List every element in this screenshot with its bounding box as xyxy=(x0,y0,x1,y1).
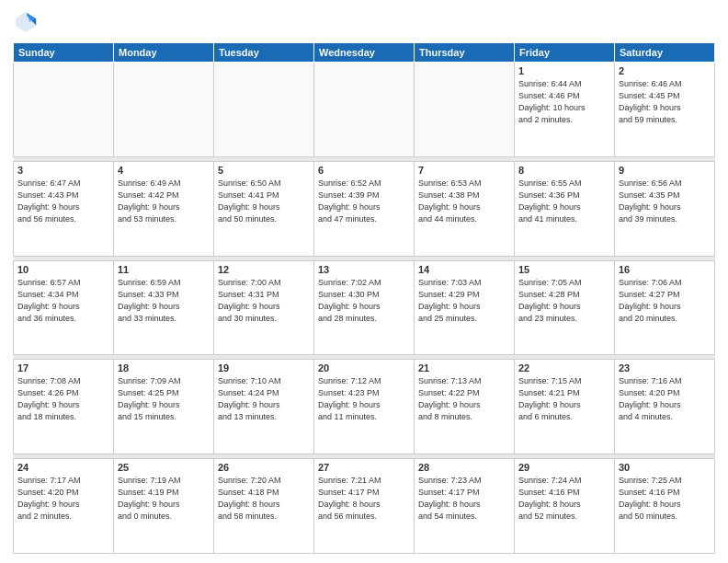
day-cell: 29Sunrise: 7:24 AM Sunset: 4:16 PM Dayli… xyxy=(515,459,615,554)
svg-marker-0 xyxy=(16,12,36,32)
day-number: 8 xyxy=(518,165,610,176)
day-cell: 23Sunrise: 7:16 AM Sunset: 4:20 PM Dayli… xyxy=(615,360,715,454)
day-number: 22 xyxy=(518,362,610,373)
day-cell: 17Sunrise: 7:08 AM Sunset: 4:26 PM Dayli… xyxy=(14,360,114,454)
day-number: 11 xyxy=(118,264,210,275)
day-number: 5 xyxy=(218,165,310,176)
weekday-sunday: Sunday xyxy=(14,43,114,63)
day-info: Sunrise: 7:03 AM Sunset: 4:29 PM Dayligh… xyxy=(418,277,510,325)
day-number: 20 xyxy=(318,362,410,373)
day-cell: 26Sunrise: 7:20 AM Sunset: 4:18 PM Dayli… xyxy=(214,459,314,554)
day-info: Sunrise: 6:49 AM Sunset: 4:42 PM Dayligh… xyxy=(118,178,210,225)
day-number: 28 xyxy=(418,462,510,473)
day-info: Sunrise: 6:50 AM Sunset: 4:41 PM Dayligh… xyxy=(218,178,310,225)
weekday-friday: Friday xyxy=(515,43,615,63)
week-row-3: 10Sunrise: 6:57 AM Sunset: 4:34 PM Dayli… xyxy=(14,260,715,355)
day-cell: 4Sunrise: 6:49 AM Sunset: 4:42 PM Daylig… xyxy=(114,161,214,256)
day-cell xyxy=(14,63,114,157)
day-number: 24 xyxy=(17,462,109,473)
day-cell: 11Sunrise: 6:59 AM Sunset: 4:33 PM Dayli… xyxy=(114,260,214,355)
weekday-header-row: SundayMondayTuesdayWednesdayThursdayFrid… xyxy=(14,43,715,63)
day-info: Sunrise: 7:21 AM Sunset: 4:17 PM Dayligh… xyxy=(318,475,410,523)
day-number: 7 xyxy=(418,165,510,176)
header xyxy=(13,9,715,35)
day-cell: 21Sunrise: 7:13 AM Sunset: 4:22 PM Dayli… xyxy=(415,360,515,454)
day-info: Sunrise: 7:05 AM Sunset: 4:28 PM Dayligh… xyxy=(518,277,610,325)
day-cell xyxy=(415,63,515,157)
day-cell: 10Sunrise: 6:57 AM Sunset: 4:34 PM Dayli… xyxy=(14,260,114,355)
day-cell: 2Sunrise: 6:46 AM Sunset: 4:45 PM Daylig… xyxy=(615,63,715,157)
day-info: Sunrise: 6:53 AM Sunset: 4:38 PM Dayligh… xyxy=(418,178,510,225)
day-info: Sunrise: 7:24 AM Sunset: 4:16 PM Dayligh… xyxy=(518,475,610,523)
day-info: Sunrise: 7:10 AM Sunset: 4:24 PM Dayligh… xyxy=(218,375,310,423)
day-number: 6 xyxy=(318,165,410,176)
logo xyxy=(13,9,42,35)
day-number: 23 xyxy=(619,362,711,373)
week-row-4: 17Sunrise: 7:08 AM Sunset: 4:26 PM Dayli… xyxy=(14,360,715,454)
day-number: 12 xyxy=(218,264,310,275)
day-cell xyxy=(214,63,314,157)
day-info: Sunrise: 7:06 AM Sunset: 4:27 PM Dayligh… xyxy=(619,277,711,325)
day-info: Sunrise: 7:20 AM Sunset: 4:18 PM Dayligh… xyxy=(218,475,310,523)
day-cell: 7Sunrise: 6:53 AM Sunset: 4:38 PM Daylig… xyxy=(415,161,515,256)
day-number: 2 xyxy=(619,65,711,76)
day-cell: 16Sunrise: 7:06 AM Sunset: 4:27 PM Dayli… xyxy=(615,260,715,355)
day-info: Sunrise: 6:57 AM Sunset: 4:34 PM Dayligh… xyxy=(17,277,109,325)
day-info: Sunrise: 6:55 AM Sunset: 4:36 PM Dayligh… xyxy=(518,178,610,225)
day-info: Sunrise: 7:16 AM Sunset: 4:20 PM Dayligh… xyxy=(619,375,711,423)
day-number: 10 xyxy=(17,264,109,275)
day-cell: 18Sunrise: 7:09 AM Sunset: 4:25 PM Dayli… xyxy=(114,360,214,454)
day-info: Sunrise: 6:47 AM Sunset: 4:43 PM Dayligh… xyxy=(17,178,109,225)
weekday-monday: Monday xyxy=(114,43,214,63)
day-number: 9 xyxy=(619,165,711,176)
week-row-2: 3Sunrise: 6:47 AM Sunset: 4:43 PM Daylig… xyxy=(14,161,715,256)
day-number: 4 xyxy=(118,165,210,176)
day-cell: 14Sunrise: 7:03 AM Sunset: 4:29 PM Dayli… xyxy=(415,260,515,355)
day-number: 15 xyxy=(518,264,610,275)
day-number: 13 xyxy=(318,264,410,275)
week-row-5: 24Sunrise: 7:17 AM Sunset: 4:20 PM Dayli… xyxy=(14,459,715,554)
day-cell xyxy=(314,63,415,157)
day-number: 18 xyxy=(118,362,210,373)
day-info: Sunrise: 7:13 AM Sunset: 4:22 PM Dayligh… xyxy=(418,375,510,423)
day-info: Sunrise: 6:44 AM Sunset: 4:46 PM Dayligh… xyxy=(518,78,610,126)
day-info: Sunrise: 7:02 AM Sunset: 4:30 PM Dayligh… xyxy=(318,277,410,325)
logo-icon xyxy=(13,9,39,35)
day-number: 26 xyxy=(218,462,310,473)
day-cell: 5Sunrise: 6:50 AM Sunset: 4:41 PM Daylig… xyxy=(214,161,314,256)
day-number: 16 xyxy=(619,264,711,275)
day-info: Sunrise: 7:15 AM Sunset: 4:21 PM Dayligh… xyxy=(518,375,610,423)
day-cell xyxy=(114,63,214,157)
weekday-thursday: Thursday xyxy=(415,43,515,63)
day-number: 30 xyxy=(619,462,711,473)
day-number: 1 xyxy=(518,65,610,76)
day-info: Sunrise: 6:59 AM Sunset: 4:33 PM Dayligh… xyxy=(118,277,210,325)
day-cell: 3Sunrise: 6:47 AM Sunset: 4:43 PM Daylig… xyxy=(14,161,114,256)
day-info: Sunrise: 7:09 AM Sunset: 4:25 PM Dayligh… xyxy=(118,375,210,423)
day-info: Sunrise: 7:25 AM Sunset: 4:16 PM Dayligh… xyxy=(619,475,711,523)
day-number: 29 xyxy=(518,462,610,473)
day-info: Sunrise: 6:46 AM Sunset: 4:45 PM Dayligh… xyxy=(619,78,711,126)
day-info: Sunrise: 7:19 AM Sunset: 4:19 PM Dayligh… xyxy=(118,475,210,523)
day-cell: 22Sunrise: 7:15 AM Sunset: 4:21 PM Dayli… xyxy=(515,360,615,454)
weekday-wednesday: Wednesday xyxy=(314,43,415,63)
day-number: 17 xyxy=(17,362,109,373)
day-info: Sunrise: 7:08 AM Sunset: 4:26 PM Dayligh… xyxy=(17,375,109,423)
day-cell: 15Sunrise: 7:05 AM Sunset: 4:28 PM Dayli… xyxy=(515,260,615,355)
day-cell: 24Sunrise: 7:17 AM Sunset: 4:20 PM Dayli… xyxy=(14,459,114,554)
day-info: Sunrise: 6:56 AM Sunset: 4:35 PM Dayligh… xyxy=(619,178,711,225)
day-cell: 13Sunrise: 7:02 AM Sunset: 4:30 PM Dayli… xyxy=(314,260,415,355)
day-info: Sunrise: 7:12 AM Sunset: 4:23 PM Dayligh… xyxy=(318,375,410,423)
page: SundayMondayTuesdayWednesdayThursdayFrid… xyxy=(0,0,728,563)
day-info: Sunrise: 7:23 AM Sunset: 4:17 PM Dayligh… xyxy=(418,475,510,523)
day-cell: 6Sunrise: 6:52 AM Sunset: 4:39 PM Daylig… xyxy=(314,161,415,256)
day-info: Sunrise: 6:52 AM Sunset: 4:39 PM Dayligh… xyxy=(318,178,410,225)
day-cell: 19Sunrise: 7:10 AM Sunset: 4:24 PM Dayli… xyxy=(214,360,314,454)
day-cell: 30Sunrise: 7:25 AM Sunset: 4:16 PM Dayli… xyxy=(615,459,715,554)
day-number: 25 xyxy=(118,462,210,473)
day-cell: 25Sunrise: 7:19 AM Sunset: 4:19 PM Dayli… xyxy=(114,459,214,554)
calendar-table: SundayMondayTuesdayWednesdayThursdayFrid… xyxy=(13,42,715,554)
day-cell: 27Sunrise: 7:21 AM Sunset: 4:17 PM Dayli… xyxy=(314,459,415,554)
day-number: 21 xyxy=(418,362,510,373)
day-cell: 9Sunrise: 6:56 AM Sunset: 4:35 PM Daylig… xyxy=(615,161,715,256)
